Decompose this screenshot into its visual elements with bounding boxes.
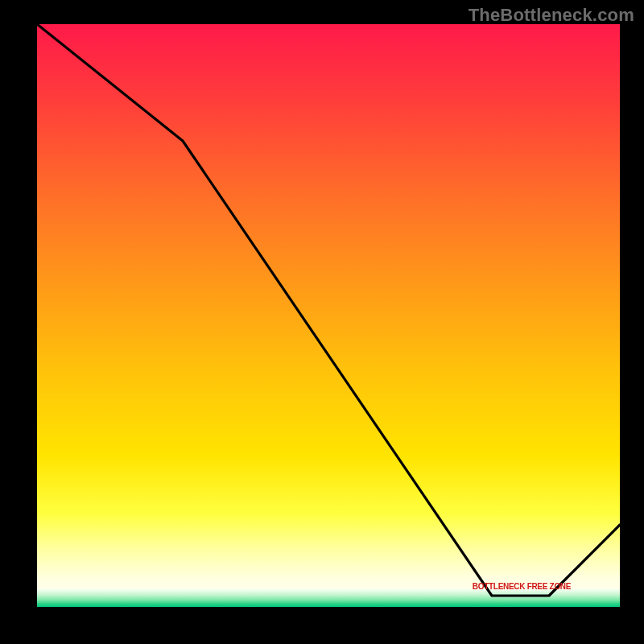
bottleneck-curve	[37, 24, 620, 596]
plot-area: BOTTLENECK FREE ZONE	[37, 24, 620, 607]
bottleneck-free-zone-label: BOTTLENECK FREE ZONE	[473, 582, 572, 591]
curve-layer: BOTTLENECK FREE ZONE	[37, 24, 620, 607]
watermark-text: TheBottleneck.com	[469, 5, 634, 26]
chart-container: TheBottleneck.com BOTTLENECK FREE ZONE	[0, 0, 644, 644]
